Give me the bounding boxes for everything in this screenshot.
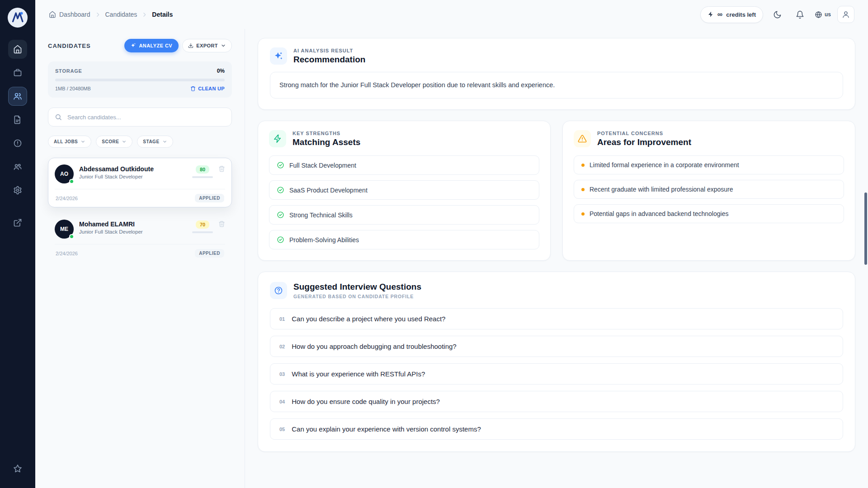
storage-progress-track bbox=[55, 79, 225, 81]
user-group-icon bbox=[13, 162, 22, 171]
language-selector[interactable]: us bbox=[815, 11, 831, 19]
notifications-button[interactable] bbox=[792, 6, 808, 23]
strengths-title: Matching Assets bbox=[292, 137, 360, 147]
concern-label: Potential gaps in advanced backend techn… bbox=[590, 210, 728, 217]
chevron-down-icon bbox=[221, 43, 226, 48]
strength-item: Problem-Solving Abilities bbox=[269, 230, 539, 249]
sidebar-item-settings[interactable] bbox=[8, 181, 27, 200]
stage-badge: APPLIED bbox=[195, 194, 224, 202]
recommendation-title: Recommendation bbox=[293, 55, 365, 65]
breadcrumb-dashboard[interactable]: Dashboard bbox=[49, 11, 90, 18]
translate-icon bbox=[815, 11, 822, 19]
sidebar-item-home[interactable] bbox=[8, 40, 27, 59]
candidate-score: 70 bbox=[192, 220, 213, 233]
question-item: 01 Can you describe a project where you … bbox=[270, 308, 843, 329]
bell-icon bbox=[796, 10, 804, 19]
chevron-right-icon bbox=[95, 12, 101, 18]
cleanup-button[interactable]: CLEAN UP bbox=[190, 86, 225, 91]
strength-label: Problem-Solving Abilities bbox=[289, 236, 359, 244]
filter-label: ALL JOBS bbox=[54, 139, 78, 144]
language-code: us bbox=[825, 11, 831, 18]
candidate-card[interactable]: AO Abdessamad Outkidoute Junior Full Sta… bbox=[48, 158, 232, 207]
filter-score[interactable]: SCORE bbox=[96, 136, 132, 148]
sidebar-item-candidates[interactable] bbox=[8, 87, 27, 106]
dark-mode-toggle[interactable] bbox=[769, 6, 786, 23]
applied-date: 2/24/2026 bbox=[56, 196, 78, 201]
bullet-dot bbox=[581, 164, 585, 167]
star-icon bbox=[13, 464, 22, 473]
chevron-down-icon bbox=[80, 139, 85, 144]
question-text: Can you describe a project where you use… bbox=[292, 315, 445, 323]
scrollbar-thumb[interactable] bbox=[864, 192, 867, 265]
concerns-title: Areas for Improvement bbox=[597, 137, 691, 147]
delete-candidate-button[interactable] bbox=[218, 220, 225, 227]
storage-label: STORAGE bbox=[55, 68, 82, 74]
strength-item: Full Stack Development bbox=[269, 155, 539, 175]
chevron-down-icon bbox=[162, 139, 167, 144]
lightning-icon bbox=[269, 130, 286, 147]
content: CANDIDATES ANALYZE CV EXPORT STORAGE bbox=[35, 29, 868, 488]
recommendation-eyebrow: AI ANALYSIS RESULT bbox=[293, 48, 365, 53]
trash-icon bbox=[218, 221, 225, 227]
question-item: 02 How do you approach debugging and tro… bbox=[270, 336, 843, 357]
recommendation-text: Strong match for the Junior Full Stack D… bbox=[270, 72, 843, 99]
question-number: 03 bbox=[279, 371, 285, 377]
document-icon bbox=[13, 115, 22, 124]
questions-subtitle: GENERATED BASED ON CANDIDATE PROFILE bbox=[293, 294, 421, 299]
question-number: 01 bbox=[279, 316, 285, 322]
breadcrumb-candidates[interactable]: Candidates bbox=[105, 11, 137, 18]
trash-icon bbox=[190, 86, 196, 91]
breadcrumb-label: Dashboard bbox=[59, 11, 90, 18]
score-track bbox=[192, 176, 213, 178]
concern-item: Limited formal experience in a corporate… bbox=[574, 155, 844, 174]
delete-candidate-button[interactable] bbox=[218, 164, 225, 172]
recommendation-card: AI ANALYSIS RESULT Recommendation Strong… bbox=[258, 38, 855, 110]
strength-label: Full Stack Development bbox=[289, 162, 356, 169]
score-track bbox=[192, 231, 213, 233]
strength-item: Strong Technical Skills bbox=[269, 205, 539, 225]
filter-all-jobs[interactable]: ALL JOBS bbox=[48, 136, 91, 148]
storage-usage: 1MB / 20480MB bbox=[55, 86, 91, 91]
download-icon bbox=[188, 43, 193, 48]
infinity-symbol: ∞ bbox=[717, 11, 722, 18]
question-text: Can you explain your experience with ver… bbox=[292, 425, 481, 433]
concern-label: Limited formal experience in a corporate… bbox=[590, 161, 739, 169]
external-link-icon bbox=[13, 218, 22, 227]
questions-list: 01 Can you describe a project where you … bbox=[270, 308, 843, 440]
home-icon bbox=[49, 11, 56, 18]
export-button[interactable]: EXPORT bbox=[182, 39, 232, 52]
questions-card: Suggested Interview Questions GENERATED … bbox=[258, 272, 855, 452]
analyze-cv-button[interactable]: ANALYZE CV bbox=[124, 39, 179, 52]
sidebar-item-external[interactable] bbox=[8, 213, 27, 232]
concern-item: Recent graduate with limited professiona… bbox=[574, 180, 844, 199]
storage-percent: 0% bbox=[217, 68, 225, 74]
search-input[interactable] bbox=[66, 113, 225, 121]
filter-stage[interactable]: STAGE bbox=[137, 136, 173, 148]
candidate-role: Junior Full Stack Developer bbox=[79, 174, 187, 179]
status-dot bbox=[69, 179, 74, 184]
sidebar-item-favorites[interactable] bbox=[8, 459, 27, 478]
sparkles-icon bbox=[131, 43, 136, 48]
topbar: Dashboard Candidates Details ∞ credits l… bbox=[35, 0, 868, 29]
credits-badge[interactable]: ∞ credits left bbox=[700, 6, 763, 23]
sidebar-item-team[interactable] bbox=[8, 157, 27, 176]
strengths-eyebrow: KEY STRENGTHS bbox=[292, 131, 360, 136]
breadcrumb-label: Details bbox=[152, 11, 173, 18]
sidebar-item-jobs[interactable] bbox=[8, 63, 27, 82]
sidebar-item-documents[interactable] bbox=[8, 110, 27, 129]
breadcrumb-label: Candidates bbox=[105, 11, 137, 18]
search-box bbox=[48, 108, 232, 127]
profile-button[interactable] bbox=[837, 6, 854, 23]
alert-circle-icon bbox=[13, 139, 22, 148]
question-text: What is your experience with RESTful API… bbox=[292, 370, 425, 378]
question-item: 04 How do you ensure code quality in you… bbox=[270, 391, 843, 412]
sidebar-item-alerts[interactable] bbox=[8, 134, 27, 153]
avatar: ME bbox=[55, 220, 74, 239]
strengths-card: KEY STRENGTHS Matching Assets Full Stack… bbox=[258, 121, 551, 261]
candidate-card[interactable]: ME Mohamed ELAMRI Junior Full Stack Deve… bbox=[48, 213, 232, 263]
chevron-right-icon bbox=[142, 12, 147, 18]
app-logo[interactable] bbox=[7, 7, 28, 28]
filters: ALL JOBS SCORE STAGE bbox=[48, 136, 232, 148]
question-item: 03 What is your experience with RESTful … bbox=[270, 363, 843, 385]
stage-badge: APPLIED bbox=[195, 249, 224, 258]
